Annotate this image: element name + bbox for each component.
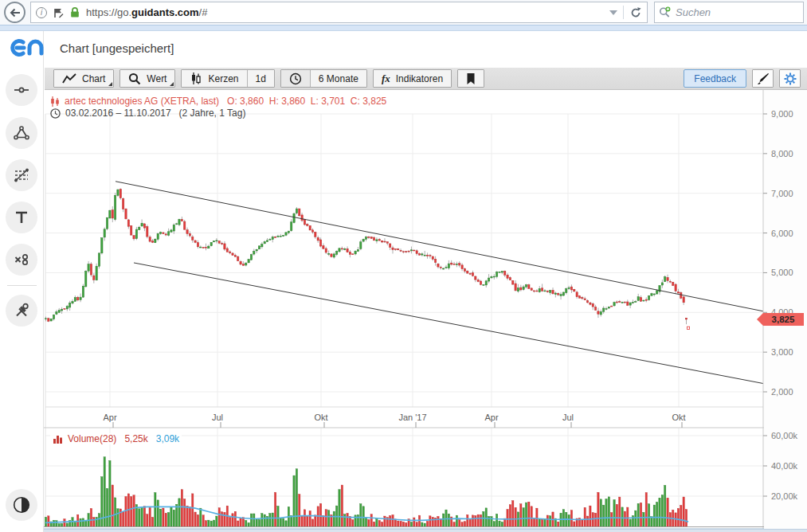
period-label: (2 Jahre, 1 Tag) <box>179 108 246 119</box>
ohlc-values: O: 3,860 H: 3,860 L: 3,701 C: 3,825 <box>227 96 386 107</box>
indikatoren-button[interactable]: fx Indikatoren <box>373 69 452 88</box>
settings-button[interactable] <box>779 69 801 88</box>
divider <box>623 6 624 19</box>
text-tool-button[interactable] <box>6 201 37 233</box>
search-box[interactable] <box>654 2 804 23</box>
volume-current-value: 5,25k <box>124 433 147 444</box>
pattern-icon <box>12 123 31 143</box>
time-range-label: 6 Monate <box>319 73 358 84</box>
volume-legend-icon <box>53 434 63 444</box>
price-volume-chart[interactable]: AprJulOktJan '17AprJulOkt9,0008,0007,000… <box>44 90 807 532</box>
volume-label: Volume(28) <box>68 433 116 444</box>
candlestick-icon <box>190 72 202 85</box>
browser-toolbar: i https://go.guidants.com/# <box>0 0 807 25</box>
instrument-name[interactable]: artec technologies AG (XETRA, last) <box>65 96 219 107</box>
range-legend[interactable]: 03.02.2016 – 11.10.2017 (2 Jahre, 1 Tag) <box>50 108 245 119</box>
svg-text:40,00k: 40,00k <box>771 461 798 471</box>
interval-button[interactable]: 1d <box>247 70 274 87</box>
volume-legend[interactable]: Volume(28) 5,25k 3,09k <box>50 433 182 444</box>
svg-text:8,000: 8,000 <box>771 149 793 158</box>
erase-tool-icon <box>12 250 31 269</box>
indikatoren-label: Indikatoren <box>396 73 443 84</box>
candle-interval-group: Kerzen 1d <box>181 69 274 88</box>
text-tool-icon <box>12 208 31 227</box>
clock-icon <box>289 72 302 85</box>
toolbox-button[interactable] <box>6 295 37 327</box>
trendline-tool-button[interactable] <box>6 74 37 106</box>
volume-average-value: 3,09k <box>156 433 179 444</box>
page: i https://go.guidants.com/# <box>0 0 807 532</box>
notes-icon[interactable] <box>53 7 64 18</box>
theme-brush-button[interactable] <box>752 69 774 88</box>
history-dropdown-icon[interactable] <box>609 10 617 15</box>
svg-text:3,000: 3,000 <box>771 347 793 357</box>
dropdown-corner <box>108 82 112 86</box>
svg-text:20,00k: 20,00k <box>771 491 798 501</box>
feedback-button[interactable]: Feedback <box>684 69 746 88</box>
svg-text:60,00k: 60,00k <box>771 431 798 440</box>
fibonacci-icon <box>12 166 31 185</box>
svg-text:5,000: 5,000 <box>771 268 793 277</box>
page-info-icon[interactable]: i <box>36 7 47 18</box>
chart-toolbar: Chart Wert Kerzen 1d <box>45 68 807 90</box>
url-text[interactable]: https://go.guidants.com/# <box>86 6 207 18</box>
pattern-tool-button[interactable] <box>6 117 37 149</box>
svg-text:9,000: 9,000 <box>771 109 793 119</box>
svg-text:6,000: 6,000 <box>771 229 793 238</box>
fibonacci-tool-button[interactable] <box>6 159 37 191</box>
https-lock-icon[interactable] <box>69 6 80 18</box>
candle-legend-icon <box>50 96 60 107</box>
trendline-icon <box>12 80 31 100</box>
reload-icon[interactable] <box>629 6 642 19</box>
wert-button-label: Wert <box>147 73 166 84</box>
svg-text:Okt: Okt <box>314 413 327 422</box>
left-arrow-icon <box>8 6 22 20</box>
chart-button-label: Chart <box>82 73 105 84</box>
toolbar-right-group: Feedback <box>684 69 807 88</box>
kerzen-button[interactable]: Kerzen <box>182 70 246 87</box>
line-chart-icon <box>62 73 76 84</box>
brush-icon <box>757 72 770 85</box>
guidants-logo[interactable] <box>7 36 45 60</box>
date-range: 03.02.2016 – 11.10.2017 <box>65 108 171 119</box>
tools-icon <box>12 301 31 320</box>
erase-tool-button[interactable] <box>6 244 37 276</box>
svg-text:7,000: 7,000 <box>771 189 793 198</box>
page-title: Chart [ungespeichert] <box>60 41 174 55</box>
chart-area[interactable]: AprJulOktJan '17AprJulOkt9,0008,0007,000… <box>44 90 807 532</box>
search-input[interactable] <box>676 6 787 18</box>
time-range-group: 6 Monate <box>280 69 367 88</box>
bookmark-icon <box>466 72 476 85</box>
drawing-tools-sidebar <box>0 31 44 532</box>
fx-icon: fx <box>382 72 390 85</box>
sidebar-divider <box>7 285 37 286</box>
feedback-label: Feedback <box>694 73 736 84</box>
back-button[interactable] <box>4 2 25 23</box>
svg-text:3,825: 3,825 <box>772 315 795 324</box>
kerzen-label: Kerzen <box>208 73 238 84</box>
time-range-icon-segment[interactable] <box>281 70 310 87</box>
wert-button[interactable]: Wert <box>119 69 175 88</box>
svg-text:2,000: 2,000 <box>771 387 793 397</box>
svg-text:Apr: Apr <box>103 413 116 422</box>
search-icon[interactable] <box>659 6 672 18</box>
svg-text:Apr: Apr <box>484 413 498 422</box>
svg-text:Jul: Jul <box>212 413 223 422</box>
interval-label: 1d <box>256 73 266 84</box>
chart-type-button[interactable]: Chart <box>53 69 114 88</box>
clock-small-icon <box>50 108 61 119</box>
contrast-icon <box>12 495 31 514</box>
time-range-button[interactable]: 6 Monate <box>310 70 366 87</box>
gear-icon <box>784 72 797 85</box>
url-bar[interactable]: i https://go.guidants.com/# <box>30 2 648 23</box>
bookmark-button[interactable] <box>457 69 484 88</box>
svg-text:Jul: Jul <box>562 413 574 422</box>
price-legend[interactable]: artec technologies AG (XETRA, last) O: 3… <box>50 96 386 107</box>
toolbar-accent-strip <box>0 25 807 31</box>
contrast-toggle-button[interactable] <box>6 489 37 521</box>
svg-text:Okt: Okt <box>672 413 685 422</box>
magnifier-icon <box>128 72 141 85</box>
svg-text:Jan '17: Jan '17 <box>398 413 426 422</box>
dropdown-corner <box>170 82 174 86</box>
